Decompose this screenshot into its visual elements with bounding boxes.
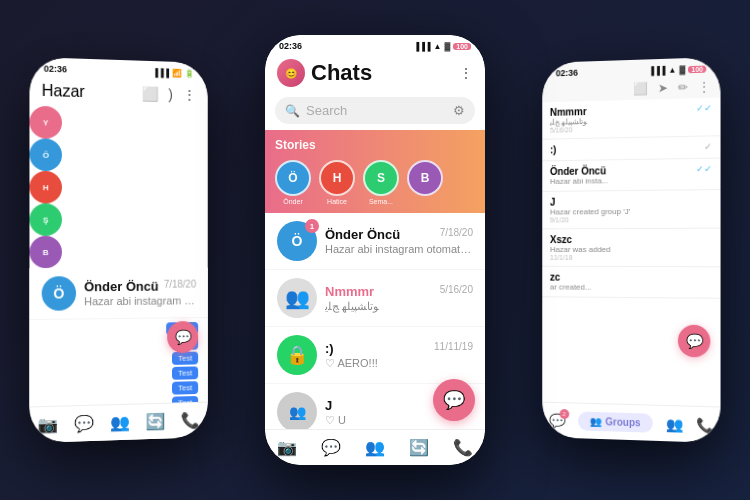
center-nav-refresh[interactable]: 🔄 — [409, 438, 429, 457]
left-status-icons: ▐▐▐ 📶 🔋 — [152, 68, 194, 78]
right-chat-2-name: Önder Öncü — [550, 165, 608, 177]
left-story-simal[interactable]: Ş — [29, 203, 62, 236]
right-nav-people[interactable]: 👥 — [666, 416, 683, 433]
left-story-bella[interactable]: B — [29, 236, 62, 269]
right-chat-4-msg: Hazar was added — [550, 245, 611, 254]
left-nav-refresh[interactable]: 🔄 — [146, 412, 166, 431]
center-header: 😊 Chats ⋮ — [265, 53, 485, 93]
right-chat-1[interactable]: :) ✓ — [542, 136, 720, 161]
left-nav-phone[interactable]: 📞 — [181, 411, 200, 430]
right-chat-3[interactable]: J Hazar created group 'J' 9/1/20 — [542, 190, 720, 229]
left-story-you[interactable]: Y — [29, 106, 62, 139]
center-nav-camera[interactable]: 📷 — [277, 438, 297, 457]
right-screen-icon[interactable]: ⬜ — [633, 81, 648, 95]
right-nav-chat[interactable]: 💬 2 — [549, 412, 565, 428]
left-nav-people[interactable]: 👥 — [110, 413, 130, 433]
right-chat-2-content: Önder Öncü Hazar abi insta... — [550, 165, 608, 186]
center-nav-chat[interactable]: 💬 — [321, 438, 341, 457]
left-chat-msg: Hazar abi instagram otomatik hikaye g... — [84, 294, 196, 307]
right-status-icons: ▐▐▐ ▲ ▓ 100 — [648, 64, 706, 75]
right-chat-4-time: 11/1/18 — [550, 254, 611, 261]
left-msg-5: Test — [172, 381, 198, 394]
center-content-2: :) 11/11/19 ♡ AERO!!! — [325, 341, 473, 370]
center-fab[interactable]: 💬 — [433, 379, 475, 421]
center-more-icon[interactable]: ⋮ — [459, 65, 473, 81]
center-name-1: Nmmmr 5/16/20 — [325, 284, 473, 299]
center-content-1: Nmmmr 5/16/20 ﻮﺗﺎﺸﭙﻴﻠﻬ ﺞﻠﻳ — [325, 284, 473, 313]
center-chat-item-0[interactable]: Ö 1 Önder Öncü 7/18/20 Hazar abi instagr… — [265, 213, 485, 270]
center-msg-2: ♡ AERO!!! — [325, 357, 473, 370]
left-chat-item[interactable]: Ö Önder Öncü 7/18/20 Hazar abi instagram… — [29, 268, 207, 320]
center-story-avatar-hatice: H — [319, 160, 355, 196]
left-story-hatice[interactable]: H — [29, 171, 62, 204]
center-chat-list: Ö 1 Önder Öncü 7/18/20 Hazar abi instagr… — [265, 213, 485, 429]
right-chat-3-time: 9/1/20 — [550, 216, 630, 223]
center-stories-row: Ö Önder H Hatice S Sema... B — [275, 160, 475, 205]
left-story-onder[interactable]: Ö — [29, 138, 62, 171]
center-wifi-icon: ▲ — [434, 42, 442, 51]
center-story-avatar-sema: S — [363, 160, 399, 196]
avatar-icon: 😊 — [285, 68, 297, 79]
center-header-title: Chats — [311, 60, 372, 86]
center-badge-0: 1 — [305, 219, 319, 233]
right-chat-4[interactable]: Xszc Hazar was added 11/1/18 — [542, 229, 720, 268]
left-stories: Y Ö H Ş B — [29, 106, 207, 269]
center-screen: 02:36 ▐▐▐ ▲ ▓ 100 😊 Chats ⋮ — [265, 35, 485, 465]
signal-icon: ▐▐▐ — [152, 68, 169, 77]
right-chat-5[interactable]: zc ar created... — [542, 267, 720, 299]
moon-icon[interactable]: ) — [168, 86, 173, 102]
center-battery-pct: 100 — [453, 43, 471, 50]
center-chat-item-1[interactable]: 👥 Nmmmr 5/16/20 ﻮﺗﺎﺸﭙﻴﻠﻬ ﺞﻠﻳ — [265, 270, 485, 327]
right-chat-badge: 2 — [559, 409, 569, 419]
right-chat-0[interactable]: Nmmmr ﻮﺗﺎﺸﭙﻴﻠﻬ ﺞﻠﻳ 5/16/20 ✓✓ — [542, 98, 720, 140]
right-nav-phone[interactable]: 📞 — [696, 416, 713, 433]
center-story-onder[interactable]: Ö Önder — [275, 160, 311, 205]
center-signal-icon: ▐▐▐ — [414, 42, 431, 51]
left-header-icons: ⬜ ) ⋮ — [142, 86, 196, 103]
right-send-icon[interactable]: ➤ — [658, 81, 668, 95]
center-avatar-0: Ö 1 — [277, 221, 317, 261]
phone-right: 02:36 ▐▐▐ ▲ ▓ 100 ⬜ ➤ ✏ ⋮ N — [542, 57, 720, 443]
right-fab[interactable]: 💬 — [678, 325, 710, 358]
right-edit-icon[interactable]: ✏ — [678, 80, 688, 94]
qr-icon[interactable]: ⋮ — [183, 87, 197, 103]
left-nav-camera[interactable]: 📷 — [38, 415, 58, 435]
center-story-bella[interactable]: B — [407, 160, 443, 205]
right-chat-list: Nmmmr ﻮﺗﺎﺸﭙﻴﻠﻬ ﺞﻠﻳ 5/16/20 ✓✓ :) ✓ — [542, 98, 720, 407]
right-battery-icon: ▓ — [679, 65, 685, 74]
center-search-bar[interactable]: 🔍 Search ⚙ — [275, 97, 475, 124]
groups-icon: 👥 — [590, 416, 602, 427]
center-bottom-nav: 📷 💬 👥 🔄 📞 — [265, 429, 485, 465]
right-chat-3-content: J Hazar created group 'J' 9/1/20 — [550, 196, 630, 223]
right-chat-0-msg: ﻮﺗﺎﺸﭙﻴﻠﻬ ﺞﻠﻳ — [550, 117, 587, 127]
center-stories-label: Stories — [275, 138, 475, 152]
right-chat-4-name: Xszc — [550, 234, 611, 245]
phone-center: 02:36 ▐▐▐ ▲ ▓ 100 😊 Chats ⋮ — [265, 35, 485, 465]
center-nav-phone[interactable]: 📞 — [453, 438, 473, 457]
left-nav-chat[interactable]: 💬 — [74, 414, 94, 434]
center-story-hatice[interactable]: H Hatice — [319, 160, 355, 205]
right-wifi-icon: ▲ — [668, 65, 676, 74]
center-search-gear[interactable]: ⚙ — [453, 103, 465, 118]
right-chat-5-content: zc ar created... — [550, 272, 591, 292]
center-story-sema[interactable]: S Sema... — [363, 160, 399, 205]
center-story-name-sema: Sema... — [369, 198, 393, 205]
center-nav-people[interactable]: 👥 — [365, 438, 385, 457]
right-bottom-nav: 💬 2 👥 Groups 👥 📞 — [542, 402, 720, 443]
center-header-title-group: 😊 Chats — [277, 59, 372, 87]
center-header-icons: ⋮ — [459, 65, 473, 81]
right-chat-2[interactable]: Önder Öncü Hazar abi insta... ✓✓ — [542, 159, 720, 192]
left-header-title: Hazar — [42, 82, 85, 101]
left-bottom-nav: 📷 💬 👥 🔄 📞 — [29, 402, 207, 443]
right-chat-5-name: zc — [550, 272, 591, 283]
right-check-0: ✓✓ — [696, 103, 712, 131]
center-status-bar: 02:36 ▐▐▐ ▲ ▓ 100 — [265, 35, 485, 53]
center-msg-0: Hazar abi instagram otomatik hikay... — [325, 243, 473, 255]
right-groups-btn[interactable]: 👥 Groups — [578, 412, 652, 433]
right-screen: 02:36 ▐▐▐ ▲ ▓ 100 ⬜ ➤ ✏ ⋮ N — [542, 57, 720, 443]
center-time: 02:36 — [279, 41, 302, 51]
screen-icon[interactable]: ⬜ — [142, 86, 159, 102]
right-battery-pct: 100 — [688, 65, 706, 73]
right-more-icon[interactable]: ⋮ — [698, 80, 710, 95]
center-chat-item-2[interactable]: 🔒 :) 11/11/19 ♡ AERO!!! — [265, 327, 485, 384]
